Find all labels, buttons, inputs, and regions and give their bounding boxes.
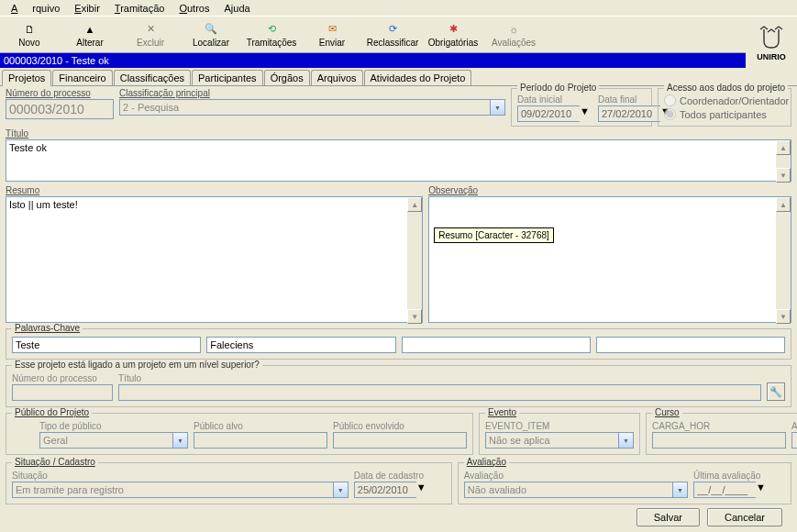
footer-buttons: Salvar Cancelar	[636, 508, 782, 526]
unirio-logo-icon	[755, 25, 788, 52]
numero-processo-field	[6, 99, 114, 119]
excluir-button: ✕ Excluir	[128, 22, 172, 48]
required-icon: ✱	[446, 22, 460, 37]
dropdown-icon: ▼	[416, 482, 431, 498]
numero-processo2-label: Número do processo	[12, 373, 113, 383]
classificacao-label: Classificação principal	[119, 88, 505, 98]
menu-arquivo[interactable]: Arquivo	[4, 1, 67, 16]
reclassificar-button[interactable]: ⟳ Reclassificar	[371, 22, 415, 48]
data-inicial-label: Data inicial	[517, 94, 594, 105]
tab-participantes[interactable]: Participantes	[192, 70, 263, 85]
publico-envolvido-field	[333, 432, 467, 449]
menu-exibir[interactable]: Exibir	[67, 1, 107, 16]
resumo-tooltip: Resumo [Caracter - 32768]	[434, 227, 554, 243]
avaliacao-select[interactable]: ▼	[464, 482, 688, 498]
lookup-button[interactable]: 🔧	[767, 382, 785, 401]
tab-financeiro[interactable]: Financeiro	[52, 70, 112, 85]
delete-icon: ✕	[143, 22, 158, 37]
dropdown-icon: ▼	[172, 432, 188, 449]
menu-bar: Arquivo Exibir Tramitação Outros Ajuda	[0, 0, 797, 17]
record-title-bar: 000003/2010 - Teste ok	[0, 53, 797, 68]
numero-processo-label: Número do processo	[6, 88, 114, 98]
ultima-avaliacao-label: Última avaliação	[693, 471, 785, 481]
ultima-avaliacao-field[interactable]: ▼	[693, 482, 785, 498]
classificacao-select[interactable]: ▼	[119, 99, 505, 116]
dropdown-icon: ▼	[490, 99, 505, 116]
record-title: 000003/2010 - Teste ok	[4, 55, 109, 66]
send-icon: ✉	[325, 22, 339, 37]
obrigatorias-button[interactable]: ✱ Obrigatórias	[431, 22, 475, 48]
dropdown-icon: ▼	[672, 482, 688, 498]
publico-alvo-label: Público alvo	[194, 421, 327, 431]
menu-outros[interactable]: Outros	[172, 1, 216, 16]
scrollbar[interactable]: ▲▼	[776, 140, 791, 183]
carga-hor-label: CARGA_HOR	[652, 421, 786, 431]
scroll-down-icon[interactable]: ▼	[776, 168, 791, 183]
titulo-field[interactable]: Teste ok	[6, 139, 791, 182]
tramitacoes-button[interactable]: ⟲ Tramitações	[249, 22, 293, 48]
tab-orgaos[interactable]: Órgãos	[264, 70, 310, 85]
titulo2-label: Título	[118, 373, 761, 383]
scroll-up-icon[interactable]: ▲	[407, 197, 422, 212]
publico-alvo-field	[194, 432, 327, 449]
salvar-button[interactable]: Salvar	[636, 508, 700, 526]
enviar-button[interactable]: ✉ Enviar	[310, 22, 354, 48]
dropdown-icon: ▼	[580, 105, 594, 122]
publico-group-title: Público do Projeto	[12, 407, 92, 417]
periodo-group-title: Período do Projeto	[517, 83, 599, 93]
cancelar-button[interactable]: Cancelar	[707, 508, 782, 526]
situacao-select[interactable]: ▼	[12, 482, 349, 498]
observacao-field[interactable]	[428, 196, 791, 323]
scroll-up-icon[interactable]: ▲	[776, 140, 791, 155]
tab-atividades[interactable]: Atividades do Projeto	[364, 70, 472, 85]
carga-hor-field	[652, 432, 786, 449]
search-icon: 🔍	[204, 22, 218, 37]
localizar-button[interactable]: 🔍 Localizar	[189, 22, 233, 48]
publico-envolvido-label: Público envolvido	[333, 421, 467, 431]
palavra3-field[interactable]	[402, 337, 591, 353]
scrollbar[interactable]: ▲▼	[407, 197, 422, 324]
form-area: Número do processo Classificação princip…	[0, 86, 797, 508]
acesso-group-title: Acesso aos dados do projeto	[664, 83, 788, 93]
alterar-button[interactable]: ▲ Alterar	[68, 22, 112, 48]
toolbar: 🗋 Novo ▲ Alterar ✕ Excluir 🔍 Localizar ⟲…	[0, 17, 797, 53]
edit-icon: ▲	[83, 22, 97, 37]
evento-item-select[interactable]: ▼	[485, 432, 634, 449]
scroll-down-icon[interactable]: ▼	[776, 309, 791, 324]
logo: UNIRIO	[746, 17, 797, 70]
tab-classificacoes[interactable]: Classificações	[114, 70, 191, 85]
resumo-field[interactable]: Isto || um teste!	[6, 196, 423, 323]
tab-arquivos[interactable]: Arquivos	[311, 70, 363, 85]
alunos-ma-field	[791, 432, 797, 449]
scrollbar[interactable]: ▲▼	[776, 197, 791, 324]
tipo-publico-select[interactable]: ▼	[39, 432, 188, 449]
tab-projetos[interactable]: Projetos	[2, 70, 51, 86]
data-cadastro-field[interactable]: ▼	[354, 482, 446, 498]
scroll-down-icon[interactable]: ▼	[407, 309, 422, 324]
dropdown-icon: ▼	[618, 432, 634, 449]
palavra4-field[interactable]	[596, 337, 785, 353]
dropdown-icon: ▼	[756, 482, 770, 498]
menu-ajuda[interactable]: Ajuda	[216, 1, 257, 16]
dropdown-icon: ▼	[333, 482, 349, 498]
data-cadastro-label: Data de cadastro	[354, 471, 446, 481]
numero-processo2-field	[12, 384, 113, 401]
novo-button[interactable]: 🗋 Novo	[7, 22, 51, 48]
curso-group-title: Curso	[652, 407, 682, 417]
palavra2-field[interactable]	[206, 337, 395, 353]
tipo-publico-label: Tipo de público	[39, 421, 188, 431]
menu-tramitacao[interactable]: Tramitação	[107, 1, 172, 16]
avaliacao-group-title: Avaliação	[464, 457, 509, 467]
data-inicial-field[interactable]: ▼	[517, 105, 594, 122]
palavras-group-title: Palavras-Chave	[12, 323, 83, 333]
alunos-ma-label: ALUNOS_MA	[791, 421, 797, 431]
situacao-group-title: Situação / Cadastro	[12, 457, 98, 467]
situacao-label: Situação	[12, 471, 349, 481]
avaliacao-label: Avaliação	[464, 471, 688, 481]
avaliacoes-button: ☼ Avaliações	[492, 22, 536, 48]
palavra1-field[interactable]	[12, 337, 201, 353]
new-icon: 🗋	[22, 22, 37, 37]
refresh-icon: ⟲	[264, 22, 279, 37]
scroll-up-icon[interactable]: ▲	[776, 197, 791, 212]
observacao-label: Observação	[428, 185, 791, 195]
